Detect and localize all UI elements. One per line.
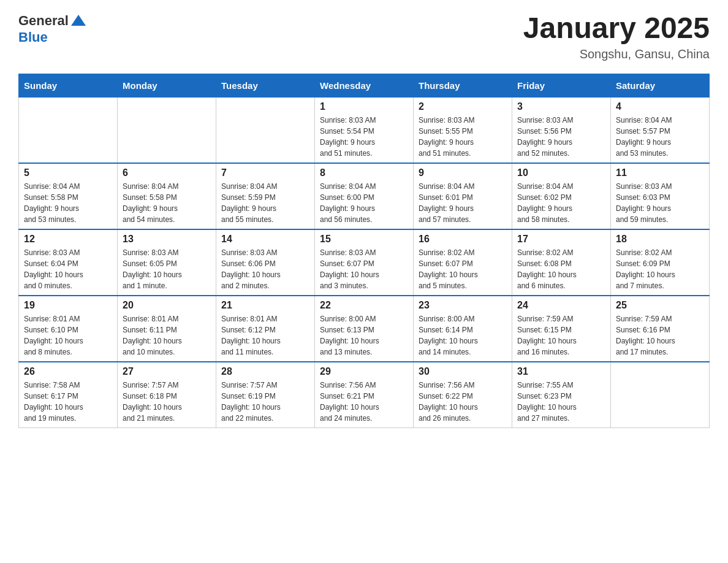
day-number: 3 [517, 101, 605, 112]
calendar-cell: 10Sunrise: 8:04 AM Sunset: 6:02 PM Dayli… [512, 163, 611, 229]
day-info: Sunrise: 7:56 AM Sunset: 6:21 PM Dayligh… [320, 380, 408, 424]
calendar-cell: 30Sunrise: 7:56 AM Sunset: 6:22 PM Dayli… [414, 362, 512, 428]
day-number: 29 [320, 366, 408, 377]
column-header-tuesday: Tuesday [216, 74, 315, 97]
day-number: 7 [221, 167, 309, 178]
day-info: Sunrise: 8:03 AM Sunset: 6:04 PM Dayligh… [24, 247, 112, 291]
calendar-cell: 9Sunrise: 8:04 AM Sunset: 6:01 PM Daylig… [414, 163, 512, 229]
calendar-week-5: 26Sunrise: 7:58 AM Sunset: 6:17 PM Dayli… [19, 362, 710, 428]
day-number: 11 [616, 167, 704, 178]
day-number: 25 [616, 300, 704, 311]
calendar-cell: 29Sunrise: 7:56 AM Sunset: 6:21 PM Dayli… [315, 362, 414, 428]
day-info: Sunrise: 7:59 AM Sunset: 6:15 PM Dayligh… [517, 313, 605, 358]
title-area: January 2025 Songshu, Gansu, China [523, 12, 710, 61]
svg-marker-0 [71, 15, 86, 26]
logo: General Blue [18, 12, 87, 45]
calendar-cell [216, 97, 315, 163]
day-info: Sunrise: 8:00 AM Sunset: 6:14 PM Dayligh… [419, 313, 507, 358]
day-number: 2 [419, 101, 507, 112]
calendar-cell: 20Sunrise: 8:01 AM Sunset: 6:11 PM Dayli… [118, 296, 216, 362]
month-title: January 2025 [523, 12, 710, 45]
day-number: 30 [419, 366, 507, 377]
calendar-week-2: 5Sunrise: 8:04 AM Sunset: 5:58 PM Daylig… [19, 163, 710, 229]
day-info: Sunrise: 8:01 AM Sunset: 6:10 PM Dayligh… [24, 313, 112, 358]
day-info: Sunrise: 8:03 AM Sunset: 6:07 PM Dayligh… [320, 247, 408, 291]
calendar-cell: 15Sunrise: 8:03 AM Sunset: 6:07 PM Dayli… [315, 229, 414, 296]
calendar-cell: 28Sunrise: 7:57 AM Sunset: 6:19 PM Dayli… [216, 362, 315, 428]
day-info: Sunrise: 8:04 AM Sunset: 5:58 PM Dayligh… [24, 181, 112, 225]
column-header-wednesday: Wednesday [315, 74, 414, 97]
day-number: 24 [517, 300, 605, 311]
calendar-cell: 24Sunrise: 7:59 AM Sunset: 6:15 PM Dayli… [512, 296, 611, 362]
day-info: Sunrise: 8:00 AM Sunset: 6:13 PM Dayligh… [320, 313, 408, 358]
day-number: 6 [123, 167, 211, 178]
day-info: Sunrise: 8:03 AM Sunset: 5:55 PM Dayligh… [419, 115, 507, 159]
logo-blue: Blue [18, 29, 48, 45]
calendar-cell: 13Sunrise: 8:03 AM Sunset: 6:05 PM Dayli… [118, 229, 216, 296]
day-info: Sunrise: 8:01 AM Sunset: 6:11 PM Dayligh… [123, 313, 211, 358]
calendar-cell: 21Sunrise: 8:01 AM Sunset: 6:12 PM Dayli… [216, 296, 315, 362]
calendar-cell [19, 97, 118, 163]
day-number: 31 [517, 366, 605, 377]
day-info: Sunrise: 7:57 AM Sunset: 6:18 PM Dayligh… [123, 380, 211, 424]
day-info: Sunrise: 8:03 AM Sunset: 6:05 PM Dayligh… [123, 247, 211, 291]
day-info: Sunrise: 7:57 AM Sunset: 6:19 PM Dayligh… [221, 380, 309, 424]
calendar-cell: 11Sunrise: 8:03 AM Sunset: 6:03 PM Dayli… [611, 163, 710, 229]
calendar-cell: 4Sunrise: 8:04 AM Sunset: 5:57 PM Daylig… [611, 97, 710, 163]
calendar-cell: 1Sunrise: 8:03 AM Sunset: 5:54 PM Daylig… [315, 97, 414, 163]
day-number: 5 [24, 167, 112, 178]
calendar-cell [118, 97, 216, 163]
day-number: 4 [616, 101, 704, 112]
calendar-cell: 14Sunrise: 8:03 AM Sunset: 6:06 PM Dayli… [216, 229, 315, 296]
calendar-week-1: 1Sunrise: 8:03 AM Sunset: 5:54 PM Daylig… [19, 97, 710, 163]
column-header-sunday: Sunday [19, 74, 118, 97]
day-number: 18 [616, 234, 704, 245]
day-number: 10 [517, 167, 605, 178]
day-number: 27 [123, 366, 211, 377]
calendar-cell: 27Sunrise: 7:57 AM Sunset: 6:18 PM Dayli… [118, 362, 216, 428]
day-info: Sunrise: 7:55 AM Sunset: 6:23 PM Dayligh… [517, 380, 605, 424]
day-number: 1 [320, 101, 408, 112]
day-number: 19 [24, 300, 112, 311]
day-number: 26 [24, 366, 112, 377]
day-number: 13 [123, 234, 211, 245]
calendar-cell: 26Sunrise: 7:58 AM Sunset: 6:17 PM Dayli… [19, 362, 118, 428]
calendar-cell: 17Sunrise: 8:02 AM Sunset: 6:08 PM Dayli… [512, 229, 611, 296]
column-header-friday: Friday [512, 74, 611, 97]
day-number: 17 [517, 234, 605, 245]
day-info: Sunrise: 8:04 AM Sunset: 6:00 PM Dayligh… [320, 181, 408, 225]
day-number: 12 [24, 234, 112, 245]
day-number: 9 [419, 167, 507, 178]
day-info: Sunrise: 8:04 AM Sunset: 6:02 PM Dayligh… [517, 181, 605, 225]
day-number: 15 [320, 234, 408, 245]
day-number: 22 [320, 300, 408, 311]
day-number: 28 [221, 366, 309, 377]
calendar-week-3: 12Sunrise: 8:03 AM Sunset: 6:04 PM Dayli… [19, 229, 710, 296]
day-number: 8 [320, 167, 408, 178]
calendar-week-4: 19Sunrise: 8:01 AM Sunset: 6:10 PM Dayli… [19, 296, 710, 362]
calendar-cell: 25Sunrise: 7:59 AM Sunset: 6:16 PM Dayli… [611, 296, 710, 362]
day-info: Sunrise: 8:01 AM Sunset: 6:12 PM Dayligh… [221, 313, 309, 358]
calendar-header-row: SundayMondayTuesdayWednesdayThursdayFrid… [19, 74, 710, 97]
day-info: Sunrise: 8:04 AM Sunset: 6:01 PM Dayligh… [419, 181, 507, 225]
day-info: Sunrise: 8:02 AM Sunset: 6:09 PM Dayligh… [616, 247, 704, 291]
calendar-cell: 8Sunrise: 8:04 AM Sunset: 6:00 PM Daylig… [315, 163, 414, 229]
day-info: Sunrise: 7:59 AM Sunset: 6:16 PM Dayligh… [616, 313, 704, 358]
calendar-cell: 3Sunrise: 8:03 AM Sunset: 5:56 PM Daylig… [512, 97, 611, 163]
column-header-saturday: Saturday [611, 74, 710, 97]
calendar-cell: 23Sunrise: 8:00 AM Sunset: 6:14 PM Dayli… [414, 296, 512, 362]
day-info: Sunrise: 8:03 AM Sunset: 5:56 PM Dayligh… [517, 115, 605, 159]
calendar-cell: 5Sunrise: 8:04 AM Sunset: 5:58 PM Daylig… [19, 163, 118, 229]
calendar-cell: 2Sunrise: 8:03 AM Sunset: 5:55 PM Daylig… [414, 97, 512, 163]
page-header: General Blue January 2025 Songshu, Gansu… [18, 12, 710, 61]
day-info: Sunrise: 8:02 AM Sunset: 6:07 PM Dayligh… [419, 247, 507, 291]
day-info: Sunrise: 8:03 AM Sunset: 6:03 PM Dayligh… [616, 181, 704, 225]
calendar-table: SundayMondayTuesdayWednesdayThursdayFrid… [18, 74, 710, 428]
day-info: Sunrise: 8:02 AM Sunset: 6:08 PM Dayligh… [517, 247, 605, 291]
logo-icon [70, 12, 87, 29]
calendar-cell: 16Sunrise: 8:02 AM Sunset: 6:07 PM Dayli… [414, 229, 512, 296]
day-number: 14 [221, 234, 309, 245]
day-number: 21 [221, 300, 309, 311]
day-number: 16 [419, 234, 507, 245]
day-info: Sunrise: 8:04 AM Sunset: 5:59 PM Dayligh… [221, 181, 309, 225]
